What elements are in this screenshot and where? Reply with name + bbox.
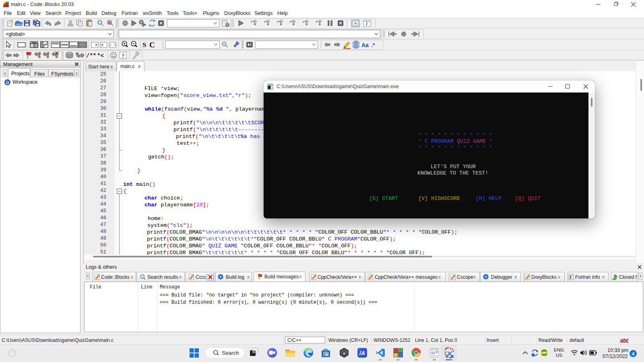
svg-text:US: US [556, 353, 562, 358]
svg-text:10:33 pm: 10:33 pm [607, 348, 628, 353]
svg-text:S: S [142, 41, 146, 49]
svg-text:*<: *< [97, 53, 104, 59]
svg-text:/A: /A [359, 350, 365, 356]
svg-text:/**: /** [86, 53, 96, 59]
svg-text:?: ? [122, 53, 124, 59]
svg-text:.*: .* [371, 42, 375, 48]
svg-text:C: C [149, 41, 155, 49]
svg-text:F: F [570, 274, 572, 280]
svg-text:4: 4 [632, 351, 635, 357]
svg-text:Aa: Aa [361, 42, 369, 48]
svg-text:ENG: ENG [554, 348, 564, 352]
svg-text:07/12/2022: 07/12/2022 [603, 354, 628, 359]
svg-text:Search: Search [222, 350, 239, 356]
svg-text:R: R [108, 21, 111, 25]
